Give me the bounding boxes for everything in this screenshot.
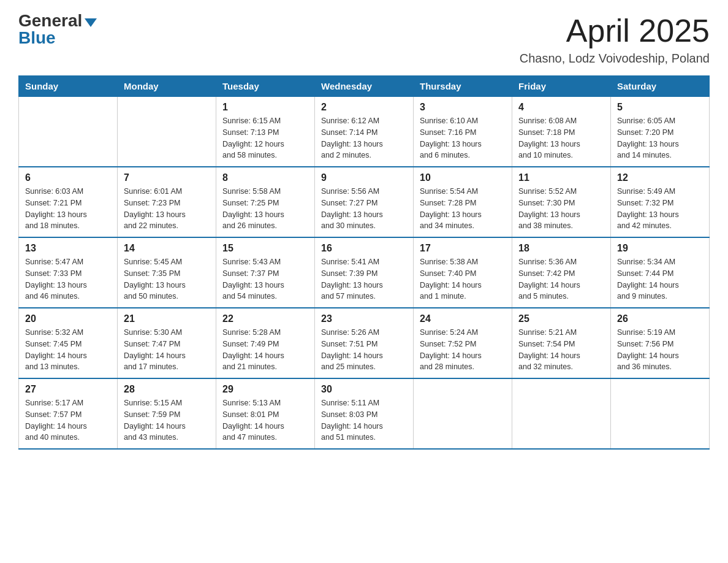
calendar-cell: 30Sunrise: 5:11 AM Sunset: 8:03 PM Dayli… — [315, 378, 414, 449]
calendar-cell: 24Sunrise: 5:24 AM Sunset: 7:52 PM Dayli… — [414, 308, 512, 378]
title-block: April 2025 Chasno, Lodz Voivodeship, Pol… — [520, 12, 710, 66]
day-info: Sunrise: 6:12 AM Sunset: 7:14 PM Dayligh… — [321, 115, 407, 161]
calendar-cell: 5Sunrise: 6:05 AM Sunset: 7:20 PM Daylig… — [611, 97, 710, 167]
day-number: 9 — [321, 172, 407, 183]
day-number: 13 — [25, 243, 111, 254]
calendar-body: 1Sunrise: 6:15 AM Sunset: 7:13 PM Daylig… — [19, 97, 710, 450]
day-info: Sunrise: 5:34 AM Sunset: 7:44 PM Dayligh… — [617, 256, 703, 302]
weekday-header-sunday: Sunday — [19, 76, 118, 97]
day-info: Sunrise: 5:32 AM Sunset: 7:45 PM Dayligh… — [25, 327, 111, 373]
calendar-cell: 2Sunrise: 6:12 AM Sunset: 7:14 PM Daylig… — [315, 97, 414, 167]
calendar-header: SundayMondayTuesdayWednesdayThursdayFrid… — [19, 76, 710, 97]
day-number: 23 — [321, 313, 407, 324]
day-number: 30 — [321, 384, 407, 395]
day-number: 17 — [420, 243, 506, 254]
logo-blue-text: Blue — [18, 28, 56, 47]
calendar-cell: 11Sunrise: 5:52 AM Sunset: 7:30 PM Dayli… — [512, 167, 611, 237]
day-info: Sunrise: 6:01 AM Sunset: 7:23 PM Dayligh… — [124, 186, 210, 232]
weekday-header-row: SundayMondayTuesdayWednesdayThursdayFrid… — [19, 76, 710, 97]
day-info: Sunrise: 5:49 AM Sunset: 7:32 PM Dayligh… — [617, 186, 703, 232]
weekday-header-saturday: Saturday — [611, 76, 710, 97]
day-info: Sunrise: 5:11 AM Sunset: 8:03 PM Dayligh… — [321, 397, 407, 443]
calendar-week-row: 6Sunrise: 6:03 AM Sunset: 7:21 PM Daylig… — [19, 167, 710, 237]
calendar-cell — [611, 378, 710, 449]
calendar-cell: 26Sunrise: 5:19 AM Sunset: 7:56 PM Dayli… — [611, 308, 710, 378]
day-info: Sunrise: 5:58 AM Sunset: 7:25 PM Dayligh… — [222, 186, 308, 232]
logo: General Blue — [18, 12, 97, 47]
day-info: Sunrise: 5:28 AM Sunset: 7:49 PM Dayligh… — [222, 327, 308, 373]
calendar-cell: 15Sunrise: 5:43 AM Sunset: 7:37 PM Dayli… — [216, 237, 315, 308]
calendar-cell: 14Sunrise: 5:45 AM Sunset: 7:35 PM Dayli… — [118, 237, 216, 308]
day-number: 15 — [222, 243, 308, 254]
day-info: Sunrise: 5:15 AM Sunset: 7:59 PM Dayligh… — [124, 397, 210, 443]
calendar-cell: 25Sunrise: 5:21 AM Sunset: 7:54 PM Dayli… — [512, 308, 611, 378]
calendar-cell: 6Sunrise: 6:03 AM Sunset: 7:21 PM Daylig… — [19, 167, 118, 237]
calendar-cell: 29Sunrise: 5:13 AM Sunset: 8:01 PM Dayli… — [216, 378, 315, 449]
day-number: 2 — [321, 102, 407, 113]
day-info: Sunrise: 5:54 AM Sunset: 7:28 PM Dayligh… — [420, 186, 506, 232]
day-info: Sunrise: 6:03 AM Sunset: 7:21 PM Dayligh… — [25, 186, 111, 232]
day-number: 27 — [25, 384, 111, 395]
calendar-cell: 21Sunrise: 5:30 AM Sunset: 7:47 PM Dayli… — [118, 308, 216, 378]
day-number: 7 — [124, 172, 210, 183]
calendar-cell: 20Sunrise: 5:32 AM Sunset: 7:45 PM Dayli… — [19, 308, 118, 378]
calendar-cell: 10Sunrise: 5:54 AM Sunset: 7:28 PM Dayli… — [414, 167, 512, 237]
day-number: 18 — [518, 243, 604, 254]
calendar-cell: 9Sunrise: 5:56 AM Sunset: 7:27 PM Daylig… — [315, 167, 414, 237]
day-number: 11 — [518, 172, 604, 183]
day-number: 5 — [617, 102, 703, 113]
calendar-week-row: 13Sunrise: 5:47 AM Sunset: 7:33 PM Dayli… — [19, 237, 710, 308]
weekday-header-wednesday: Wednesday — [315, 76, 414, 97]
calendar-table: SundayMondayTuesdayWednesdayThursdayFrid… — [18, 75, 710, 450]
day-info: Sunrise: 5:36 AM Sunset: 7:42 PM Dayligh… — [518, 256, 604, 302]
calendar-week-row: 20Sunrise: 5:32 AM Sunset: 7:45 PM Dayli… — [19, 308, 710, 378]
calendar-cell: 19Sunrise: 5:34 AM Sunset: 7:44 PM Dayli… — [611, 237, 710, 308]
day-number: 20 — [25, 313, 111, 324]
day-info: Sunrise: 5:17 AM Sunset: 7:57 PM Dayligh… — [25, 397, 111, 443]
calendar-week-row: 27Sunrise: 5:17 AM Sunset: 7:57 PM Dayli… — [19, 378, 710, 449]
day-info: Sunrise: 6:10 AM Sunset: 7:16 PM Dayligh… — [420, 115, 506, 161]
calendar-cell: 13Sunrise: 5:47 AM Sunset: 7:33 PM Dayli… — [19, 237, 118, 308]
day-number: 26 — [617, 313, 703, 324]
day-number: 25 — [518, 313, 604, 324]
day-number: 19 — [617, 243, 703, 254]
month-title: April 2025 — [520, 12, 710, 49]
day-number: 8 — [222, 172, 308, 183]
calendar-cell: 28Sunrise: 5:15 AM Sunset: 7:59 PM Dayli… — [118, 378, 216, 449]
calendar-cell: 17Sunrise: 5:38 AM Sunset: 7:40 PM Dayli… — [414, 237, 512, 308]
day-info: Sunrise: 5:30 AM Sunset: 7:47 PM Dayligh… — [124, 327, 210, 373]
weekday-header-monday: Monday — [118, 76, 216, 97]
day-info: Sunrise: 5:43 AM Sunset: 7:37 PM Dayligh… — [222, 256, 308, 302]
logo-general-text: General — [18, 11, 82, 30]
day-number: 16 — [321, 243, 407, 254]
calendar-cell: 8Sunrise: 5:58 AM Sunset: 7:25 PM Daylig… — [216, 167, 315, 237]
day-number: 6 — [25, 172, 111, 183]
day-number: 29 — [222, 384, 308, 395]
calendar-cell: 22Sunrise: 5:28 AM Sunset: 7:49 PM Dayli… — [216, 308, 315, 378]
day-info: Sunrise: 5:38 AM Sunset: 7:40 PM Dayligh… — [420, 256, 506, 302]
calendar-cell: 3Sunrise: 6:10 AM Sunset: 7:16 PM Daylig… — [414, 97, 512, 167]
day-number: 21 — [124, 313, 210, 324]
calendar-cell: 1Sunrise: 6:15 AM Sunset: 7:13 PM Daylig… — [216, 97, 315, 167]
day-info: Sunrise: 5:21 AM Sunset: 7:54 PM Dayligh… — [518, 327, 604, 373]
calendar-cell — [118, 97, 216, 167]
calendar-cell: 4Sunrise: 6:08 AM Sunset: 7:18 PM Daylig… — [512, 97, 611, 167]
day-info: Sunrise: 6:15 AM Sunset: 7:13 PM Dayligh… — [222, 115, 308, 161]
calendar-cell — [512, 378, 611, 449]
calendar-cell: 23Sunrise: 5:26 AM Sunset: 7:51 PM Dayli… — [315, 308, 414, 378]
day-info: Sunrise: 5:13 AM Sunset: 8:01 PM Dayligh… — [222, 397, 308, 443]
day-number: 22 — [222, 313, 308, 324]
day-info: Sunrise: 6:08 AM Sunset: 7:18 PM Dayligh… — [518, 115, 604, 161]
day-number: 4 — [518, 102, 604, 113]
day-number: 24 — [420, 313, 506, 324]
day-number: 14 — [124, 243, 210, 254]
day-info: Sunrise: 6:05 AM Sunset: 7:20 PM Dayligh… — [617, 115, 703, 161]
location: Chasno, Lodz Voivodeship, Poland — [520, 52, 710, 66]
calendar-cell: 12Sunrise: 5:49 AM Sunset: 7:32 PM Dayli… — [611, 167, 710, 237]
weekday-header-tuesday: Tuesday — [216, 76, 315, 97]
day-number: 1 — [222, 102, 308, 113]
logo-triangle-icon — [85, 18, 97, 27]
calendar-cell: 27Sunrise: 5:17 AM Sunset: 7:57 PM Dayli… — [19, 378, 118, 449]
weekday-header-friday: Friday — [512, 76, 611, 97]
day-number: 10 — [420, 172, 506, 183]
